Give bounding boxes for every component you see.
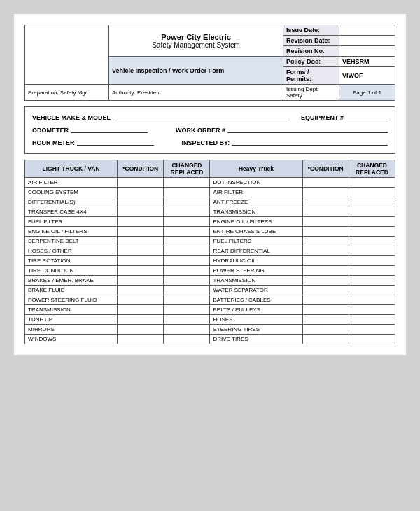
hour-meter-label: HOUR METER — [32, 139, 75, 146]
heavy-condition-cell — [302, 207, 349, 217]
table-row: FUEL FILTER ENGINE OIL / FILTERS — [25, 217, 396, 227]
heavy-truck-item: HYDRAULIC OIL — [210, 256, 302, 266]
heavy-truck-item: AIR FILTER — [210, 188, 302, 197]
heavy-changed-cell — [349, 188, 395, 197]
heavy-condition-cell — [302, 188, 349, 197]
page-label: Page 1 of 1 — [340, 85, 396, 101]
issuing-label: Issuing Dept: Safety — [284, 85, 340, 101]
inspected-line — [232, 145, 388, 146]
light-changed-cell — [164, 188, 210, 197]
table-row: TIRE ROTATION HYDRAULIC OIL — [25, 256, 396, 266]
light-truck-item: ENGINE OIL / FILTERS — [25, 227, 118, 237]
row-odometer-workorder: ODOMETER WORK ORDER # — [32, 127, 388, 134]
forms-label: Forms / Permits: — [284, 67, 340, 85]
heavy-changed-cell — [349, 256, 395, 266]
light-condition-cell — [118, 266, 164, 276]
work-order-label: WORK ORDER # — [176, 127, 225, 134]
light-condition-cell — [118, 276, 164, 286]
equipment-line — [346, 120, 388, 120]
light-condition-cell — [118, 305, 164, 315]
table-row: MIRRORS STEERING TIRES — [25, 325, 396, 335]
table-row: WINDOWS DRIVE TIRES — [25, 335, 396, 344]
heavy-condition-cell — [302, 305, 349, 315]
table-row: COOLING SYSTEM AIR FILTER — [25, 188, 396, 197]
header-logo-cell — [25, 25, 109, 85]
equipment-label: EQUIPMENT # — [301, 114, 344, 121]
heavy-changed-cell — [349, 295, 395, 305]
heavy-changed-cell — [349, 305, 395, 315]
light-condition-cell — [118, 295, 164, 305]
auth-label: Authority: President — [109, 85, 284, 101]
light-truck-item: AIR FILTER — [25, 178, 118, 188]
col-light-truck-header: LIGHT TRUCK / VAN — [25, 160, 118, 178]
light-truck-item: WINDOWS — [25, 335, 118, 344]
table-row: HOSES / OTHER REAR DIFFERENTIAL — [25, 246, 396, 256]
heavy-truck-item: ENTIRE CHASSIS LUBE — [210, 227, 302, 237]
light-changed-cell — [164, 237, 210, 246]
light-truck-item: BRAKE FLUID — [25, 286, 118, 295]
table-row: TUNE UP HOSES — [25, 315, 396, 325]
revision-no-label: Revision No. — [284, 46, 340, 57]
heavy-condition-cell — [302, 315, 349, 325]
make-line — [113, 120, 287, 120]
heavy-truck-item: REAR DIFFERENTIAL — [210, 246, 302, 256]
light-truck-item: DIFFERENTIAL(S) — [25, 197, 118, 207]
light-condition-cell — [118, 178, 164, 188]
light-changed-cell — [164, 315, 210, 325]
light-changed-cell — [164, 256, 210, 266]
prep-label: Preparation: Safety Mgr. — [25, 85, 109, 101]
heavy-condition-cell — [302, 295, 349, 305]
light-changed-cell — [164, 295, 210, 305]
heavy-condition-cell — [302, 246, 349, 256]
heavy-changed-cell — [349, 207, 395, 217]
table-row: TIRE CONDITION POWER STEERING — [25, 266, 396, 276]
col-changed1-header: CHANGED REPLACED — [164, 160, 210, 178]
row-hourmeter-inspected: HOUR METER INSPECTED BY: — [32, 139, 388, 146]
header-table: Power City Electric Safety Management Sy… — [24, 24, 396, 101]
table-row: TRANSFER CASE 4X4 TRANSMISSION — [25, 207, 396, 217]
light-condition-cell — [118, 286, 164, 295]
heavy-condition-cell — [302, 335, 349, 344]
table-row: POWER STEERING FLUID BATTERIES / CABLES — [25, 295, 396, 305]
light-condition-cell — [118, 207, 164, 217]
heavy-condition-cell — [302, 286, 349, 295]
light-truck-item: BRAKES / EMER. BRAKE — [25, 276, 118, 286]
revision-no-value — [340, 46, 396, 57]
light-changed-cell — [164, 325, 210, 335]
light-changed-cell — [164, 305, 210, 315]
col-heavy-truck-header: Heavy Truck — [210, 160, 302, 178]
light-condition-cell — [118, 315, 164, 325]
heavy-changed-cell — [349, 217, 395, 227]
heavy-changed-cell — [349, 335, 395, 344]
heavy-condition-cell — [302, 237, 349, 246]
heavy-truck-item: ENGINE OIL / FILTERS — [210, 217, 302, 227]
heavy-changed-cell — [349, 246, 395, 256]
light-truck-item: COOLING SYSTEM — [25, 188, 118, 197]
policy-doc-label: Policy Doc: — [284, 57, 340, 67]
heavy-condition-cell — [302, 325, 349, 335]
heavy-changed-cell — [349, 227, 395, 237]
light-truck-item: FUEL FILTER — [25, 217, 118, 227]
inspected-label: INSPECTED BY: — [182, 139, 230, 146]
light-changed-cell — [164, 227, 210, 237]
light-condition-cell — [118, 197, 164, 207]
heavy-truck-item: POWER STEERING — [210, 266, 302, 276]
col-changed2-header: CHANGED REPLACED — [349, 160, 395, 178]
light-condition-cell — [118, 217, 164, 227]
vehicle-info-section: VEHICLE MAKE & MODEL EQUIPMENT # ODOMETE… — [24, 106, 396, 154]
issue-date-value — [340, 25, 396, 36]
heavy-changed-cell — [349, 178, 395, 188]
light-truck-item: SERPENTINE BELT — [25, 237, 118, 246]
heavy-truck-item: BATTERIES / CABLES — [210, 295, 302, 305]
light-truck-item: TRANSMISSION — [25, 305, 118, 315]
issue-date-label: Issue Date: — [284, 25, 340, 36]
heavy-truck-item: STEERING TIRES — [210, 325, 302, 335]
table-row: BRAKES / EMER. BRAKE TRANSMISSION — [25, 276, 396, 286]
light-condition-cell — [118, 237, 164, 246]
heavy-condition-cell — [302, 276, 349, 286]
inspection-table: LIGHT TRUCK / VAN *CONDITION CHANGED REP… — [24, 160, 396, 344]
heavy-truck-item: TRANSMISSION — [210, 276, 302, 286]
light-truck-item: HOSES / OTHER — [25, 246, 118, 256]
work-order-line — [227, 132, 388, 133]
col-condition2-header: *CONDITION — [302, 160, 349, 178]
